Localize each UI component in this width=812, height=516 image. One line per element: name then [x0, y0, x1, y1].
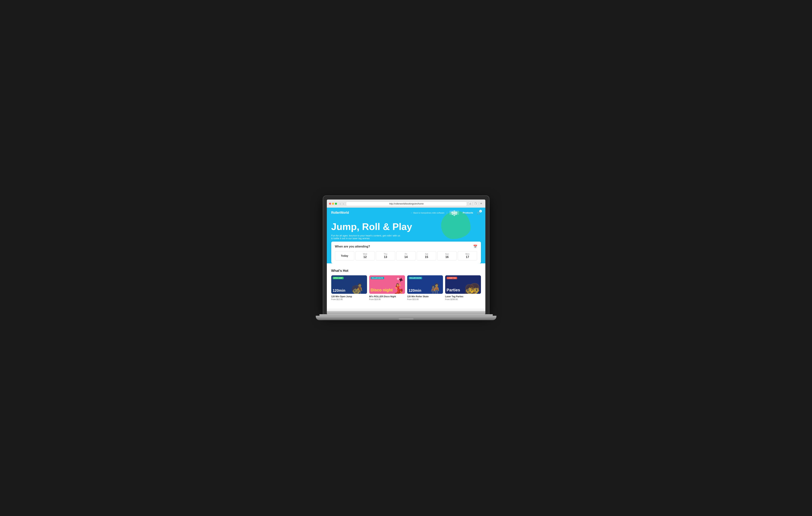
date-buttons: Today Wed 12 Thu 13 Fri 14 — [335, 251, 477, 260]
laptop-screen: ‹ › http://rollerworld/bookings/en/home … — [327, 200, 485, 311]
cart-button[interactable]: 🛒 2 — [477, 211, 481, 215]
product-art-3b: 👧 — [464, 285, 475, 294]
duplicate-button[interactable]: ❐ — [473, 202, 478, 206]
date-question-part1: When are — [335, 245, 349, 248]
screen-bezel: ‹ › http://rollerworld/bookings/en/home … — [323, 196, 489, 314]
day-number-3: 15 — [419, 255, 434, 259]
product-duration-2: 120min — [409, 289, 422, 292]
day-label-0: Wed — [357, 253, 373, 255]
date-button-0[interactable]: Wed 12 — [355, 251, 375, 260]
date-button-4[interactable]: Sun 16 — [437, 251, 457, 260]
laptop-base — [316, 316, 496, 320]
hero-title: Jump, Roll & Play — [331, 222, 481, 232]
day-number-0: 12 — [357, 255, 373, 259]
back-to-trampolines-link[interactable]: ← Back to trampolines.roller.software — [411, 212, 444, 214]
date-picker-header: When are you attending? 📅 — [335, 245, 477, 249]
day-label-3: Sat — [419, 253, 434, 255]
product-badge-1: ROLLER SKATE — [371, 277, 384, 279]
product-art-0b: 🧒 — [351, 285, 361, 294]
day-label-1: Thu — [378, 253, 393, 255]
product-title-2: 120 Min Roller Skate — [407, 295, 443, 298]
product-price-0: From $12.95 — [331, 298, 367, 300]
date-button-3[interactable]: Sat 15 — [417, 251, 436, 260]
forward-button[interactable]: › — [342, 202, 345, 206]
product-card-2[interactable]: ROLLER SKATE 120min 🧍 🧍 120 Min Roller S… — [407, 275, 443, 300]
date-button-1[interactable]: Thu 13 — [376, 251, 395, 260]
maximize-button[interactable] — [335, 203, 337, 205]
welcome-section: Welcome to the Laserzone — [327, 309, 485, 311]
product-badge-3: LASER TAG — [447, 277, 457, 279]
address-bar[interactable]: http://rollerworld/bookings/en/home — [346, 202, 467, 206]
calendar-icon[interactable]: 📅 — [473, 245, 477, 249]
laptop-hinge — [319, 314, 493, 316]
date-button-5[interactable]: Mon 17 — [458, 251, 477, 260]
day-number-2: 14 — [398, 255, 414, 259]
day-number-1: 13 — [378, 255, 393, 259]
site-logo: RollerWorld — [331, 211, 349, 214]
product-art-2b: 🧍 — [428, 285, 438, 294]
product-name-3: Parties — [447, 288, 460, 292]
product-price-1: From $18.95 — [369, 298, 405, 300]
day-number-5: 17 — [460, 255, 475, 259]
product-badge-0: OPEN JUMP — [333, 277, 344, 279]
product-image-3: LASER TAG Parties 👦 👧 — [445, 275, 481, 294]
nav-right: ← Back to trampolines.roller.software | … — [411, 210, 481, 215]
site-nav: RollerWorld ← Back to trampolines.roller… — [327, 208, 485, 218]
product-image-1: ROLLER SKATE Disco night ✦ ✦ 💃 — [369, 275, 405, 294]
cart-badge: 2 — [479, 210, 482, 212]
website-content: ❄ RollerWorld ← Back to trampolines.roll… — [327, 208, 485, 311]
product-overlay-3: Parties — [447, 288, 460, 292]
product-overlay-2: 120min — [409, 289, 422, 292]
product-image-0: OPEN JUMP 120min 🧍 🧒 — [331, 275, 367, 294]
day-label-5: Mon — [460, 253, 475, 255]
back-button[interactable]: ‹ — [339, 202, 342, 206]
product-image-2: ROLLER SKATE 120min 🧍 🧍 — [407, 275, 443, 294]
product-overlay-1: Disco night — [371, 288, 393, 292]
day-number-4: 16 — [439, 255, 455, 259]
product-card-3[interactable]: LASER TAG Parties 👦 👧 Laser Tag Parties … — [445, 275, 481, 300]
product-art-1c: 💃 — [392, 284, 405, 294]
product-price-2: From $15.00 — [407, 298, 443, 300]
product-card-1[interactable]: ROLLER SKATE Disco night ✦ ✦ 💃 80's ROLL… — [369, 275, 405, 300]
hero-subtitle: Fun for all ages: bounce to your heart's… — [331, 234, 401, 240]
date-question-part2: you attending? — [349, 245, 370, 248]
hero-section: ❄ RollerWorld ← Back to trampolines.roll… — [327, 208, 485, 263]
product-card-0[interactable]: OPEN JUMP 120min 🧍 🧒 120 Min Open Jump F… — [331, 275, 367, 300]
laptop-frame: ‹ › http://rollerworld/bookings/en/home … — [323, 196, 489, 320]
products-grid: OPEN JUMP 120min 🧍 🧒 120 Min Open Jump F… — [331, 275, 481, 300]
day-label-2: Fri — [398, 253, 414, 255]
browser-actions: ⎙ ❐ — [468, 202, 478, 206]
product-title-3: Laser Tag Parties — [445, 295, 481, 298]
browser-nav: ‹ › — [339, 202, 345, 206]
product-overlay-0: 120min — [333, 289, 345, 292]
product-name-1: Disco night — [371, 288, 393, 292]
browser-chrome: ‹ › http://rollerworld/bookings/en/home … — [327, 200, 485, 208]
minimize-button[interactable] — [332, 203, 334, 205]
product-duration-0: 120min — [333, 289, 345, 292]
date-picker-title: When are you attending? — [335, 245, 370, 248]
new-tab-button[interactable]: + — [479, 201, 483, 206]
product-title-0: 120 Min Open Jump — [331, 295, 367, 298]
product-title-1: 80's ROLLER Disco Night — [369, 295, 405, 298]
today-button[interactable]: Today — [335, 251, 354, 260]
date-button-2[interactable]: Fri 14 — [396, 251, 416, 260]
laptop-bottom — [327, 311, 485, 314]
traffic-lights — [329, 203, 337, 205]
date-picker: When are you attending? 📅 Today Wed 12 — [331, 241, 481, 263]
nav-divider: | — [447, 211, 447, 214]
main-content: What's Hot OPEN JUMP 120min 🧍 🧒 — [327, 263, 485, 309]
product-badge-2: ROLLER SKATE — [409, 277, 422, 279]
product-price-3: From $299.00 — [445, 298, 481, 300]
close-button[interactable] — [329, 203, 331, 205]
nav-home-link[interactable]: Home — [450, 210, 459, 215]
product-art-1b: ✦ — [396, 276, 400, 282]
nav-products-link[interactable]: Products — [461, 210, 474, 215]
day-label-4: Sun — [439, 253, 455, 255]
share-button[interactable]: ⎙ — [468, 202, 472, 206]
whats-hot-title: What's Hot — [331, 269, 481, 273]
